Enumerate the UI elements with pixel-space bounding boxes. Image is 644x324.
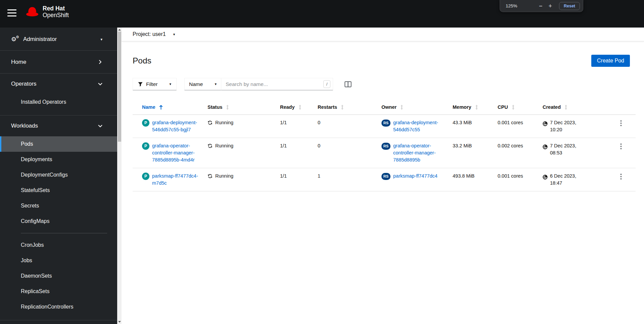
sidebar-item-jobs[interactable]: Jobs xyxy=(0,253,117,268)
sidebar-item-deployments[interactable]: Deployments xyxy=(0,152,117,167)
column-header-name[interactable]: Name xyxy=(142,100,208,114)
row-kebab-menu-button[interactable] xyxy=(619,173,623,180)
sidebar-item-replicasets[interactable]: ReplicaSets xyxy=(0,284,117,299)
scrollbar-down-arrow-icon[interactable] xyxy=(118,321,121,323)
brand-line1: Red Hat xyxy=(43,5,69,12)
sidebar-section-home[interactable]: Home xyxy=(0,51,117,73)
globe-timestamp-icon xyxy=(543,120,548,126)
sidebar-nav: ⚙⚙ Administrator ▾ HomeOperatorsInstalle… xyxy=(0,28,117,324)
created-text: 7 Dec 2023, 10:20 xyxy=(550,119,580,133)
pod-name-link[interactable]: grafana-deployment-546dd57c55-bgjl7 xyxy=(152,119,202,133)
sidebar-item-replicationcontrollers[interactable]: ReplicationControllers xyxy=(0,299,117,315)
search-input[interactable] xyxy=(221,78,333,90)
sidebar-item-pods[interactable]: Pods xyxy=(0,136,117,152)
chevron-down-icon xyxy=(98,124,102,128)
sort-icon[interactable] xyxy=(226,105,229,110)
create-pod-button[interactable]: Create Pod xyxy=(591,55,630,67)
ready-cell: 1/1 xyxy=(280,115,318,138)
sort-icon[interactable] xyxy=(475,105,478,110)
project-selector[interactable]: Project: user1 ▾ xyxy=(133,31,175,37)
table-body: Pgrafana-deployment-546dd57c55-bgjl7Runn… xyxy=(133,115,636,191)
chevron-down-icon xyxy=(98,82,102,86)
globe-timestamp-icon xyxy=(543,174,548,180)
row-kebab-menu-button[interactable] xyxy=(619,120,623,127)
sort-icon[interactable] xyxy=(564,105,568,110)
sort-icon[interactable] xyxy=(340,105,344,110)
sort-icon[interactable] xyxy=(298,105,302,110)
column-header-status[interactable]: Status xyxy=(208,100,280,114)
table-row: Pparksmap-ff7477dc4-m7d5cRunning1/11RSpa… xyxy=(133,168,636,191)
column-header-restarts[interactable]: Restarts xyxy=(318,100,381,114)
cpu-cell: 0.001 cores xyxy=(498,115,543,138)
nav-item-label: DaemonSets xyxy=(21,273,52,279)
column-header-owner[interactable]: Owner xyxy=(381,100,453,114)
column-header-label: CPU xyxy=(498,104,508,110)
status-text: Running xyxy=(215,142,233,149)
sort-ascending-icon[interactable] xyxy=(159,104,163,110)
nav-toggle-hamburger-icon[interactable] xyxy=(7,9,16,18)
page-header: Pods Create Pod xyxy=(122,41,644,67)
sidebar-section-workloads[interactable]: Workloads xyxy=(0,115,117,136)
owner-link[interactable]: grafana-operator-controller-manager-7885… xyxy=(393,142,444,164)
nav-item-label: ReplicationControllers xyxy=(21,304,74,310)
sort-icon[interactable] xyxy=(400,105,404,110)
page-title: Pods xyxy=(133,56,151,65)
brand-line2: OpenShift xyxy=(43,12,69,18)
sidebar-item-daemonsets[interactable]: DaemonSets xyxy=(0,268,117,284)
filter-dropdown[interactable]: Filter ▾ xyxy=(133,78,177,90)
sidebar-scrollbar[interactable] xyxy=(117,28,122,324)
sort-icon[interactable] xyxy=(511,105,515,110)
sidebar-item-secrets[interactable]: Secrets xyxy=(0,198,117,214)
table-header-row: NameStatusReadyRestartsOwnerMemoryCPUCre… xyxy=(133,100,636,115)
nav-item-label: Pods xyxy=(21,141,33,147)
replicaset-badge: RS xyxy=(381,120,390,127)
owner-cell: RSparksmap-ff7477dc4 xyxy=(381,168,453,191)
sidebar-item-statefulsets[interactable]: StatefulSets xyxy=(0,183,117,198)
nav-item-label: Jobs xyxy=(21,258,32,264)
zoom-in-button[interactable]: + xyxy=(545,3,555,9)
name-cell: Pgrafana-deployment-546dd57c55-bgjl7 xyxy=(142,115,208,138)
column-header-ready[interactable]: Ready xyxy=(280,100,318,114)
openshift-console: Red Hat OpenShift + >_ ? user1 ▾ 125% − … xyxy=(0,0,644,324)
search-attribute-label: Name xyxy=(189,81,203,87)
ready-cell: 1/1 xyxy=(280,138,318,168)
owner-link[interactable]: parksmap-ff7477dc4 xyxy=(393,173,438,180)
manage-columns-button[interactable] xyxy=(343,80,353,89)
table-row: Pgrafana-deployment-546dd57c55-bgjl7Runn… xyxy=(133,115,636,138)
column-header-memory[interactable]: Memory xyxy=(453,100,498,114)
scrollbar-up-arrow-icon[interactable] xyxy=(118,29,121,31)
row-kebab-menu-button[interactable] xyxy=(619,143,623,150)
nav-section-operators: OperatorsInstalled Operators xyxy=(0,74,117,115)
scrollbar-thumb[interactable] xyxy=(118,32,121,142)
column-header-cpu[interactable]: CPU xyxy=(498,100,543,114)
pod-name-link[interactable]: grafana-operator-controller-manager-7885… xyxy=(152,142,202,164)
sync-running-icon xyxy=(208,143,213,148)
actions-cell xyxy=(619,115,636,138)
sidebar-section-operators[interactable]: Operators xyxy=(0,74,117,94)
memory-cell: 493.8 MiB xyxy=(453,168,498,191)
status-cell: Running xyxy=(208,168,280,184)
columns-icon xyxy=(344,81,352,87)
zoom-level: 125% xyxy=(506,3,517,8)
perspective-switcher[interactable]: ⚙⚙ Administrator ▾ xyxy=(0,28,117,51)
sidebar-item-configmaps[interactable]: ConfigMaps xyxy=(0,214,117,229)
filter-dropdown-label: Filter xyxy=(146,81,157,87)
nav-section-label: Home xyxy=(11,59,26,65)
zoom-reset-button[interactable]: Reset xyxy=(559,2,580,10)
column-header-created[interactable]: Created xyxy=(543,100,619,114)
ready-cell: 1/1 xyxy=(280,168,318,191)
zoom-out-button[interactable]: − xyxy=(536,3,546,9)
nav-section-workloads: WorkloadsPodsDeploymentsDeploymentConfig… xyxy=(0,115,117,320)
created-cell: 7 Dec 2023, 10:20 xyxy=(543,115,619,138)
name-cell: Pparksmap-ff7477dc4-m7d5c xyxy=(142,168,208,191)
sidebar-item-deploymentconfigs[interactable]: DeploymentConfigs xyxy=(0,167,117,183)
created-cell: 7 Dec 2023, 08:53 xyxy=(543,138,619,168)
pod-name-link[interactable]: parksmap-ff7477dc4-m7d5c xyxy=(152,173,202,187)
search-attribute-dropdown[interactable]: Name ▾ xyxy=(184,78,221,90)
caret-down-icon: ▾ xyxy=(173,32,175,37)
sync-running-icon xyxy=(208,120,213,125)
gears-icon: ⚙⚙ xyxy=(11,36,20,43)
sidebar-item-installed-operators[interactable]: Installed Operators xyxy=(0,94,117,110)
owner-link[interactable]: grafana-deployment-546dd57c55 xyxy=(393,119,444,133)
sidebar-item-cronjobs[interactable]: CronJobs xyxy=(0,237,117,253)
